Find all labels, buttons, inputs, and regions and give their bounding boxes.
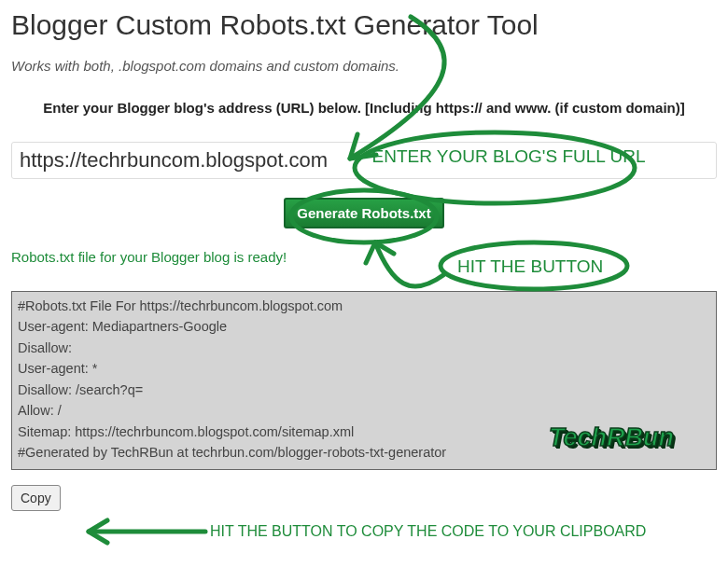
ready-message: Robots.txt file for your Blogger blog is… [11,249,717,265]
instruction-text: Enter your Blogger blog's address (URL) … [11,100,717,116]
generate-button[interactable]: Generate Robots.txt [284,198,443,228]
techrbun-logo: TechRBun [549,423,674,452]
annotation-copy-hint: HIT THE BUTTON TO COPY THE CODE TO YOUR … [210,523,646,540]
page-title: Blogger Custom Robots.txt Generator Tool [11,9,717,41]
subtitle-text: Works with both, .blogspot.com domains a… [11,58,717,74]
annotation-overlay [0,0,728,567]
copy-button[interactable]: Copy [11,485,61,511]
blog-url-input[interactable] [11,142,717,179]
